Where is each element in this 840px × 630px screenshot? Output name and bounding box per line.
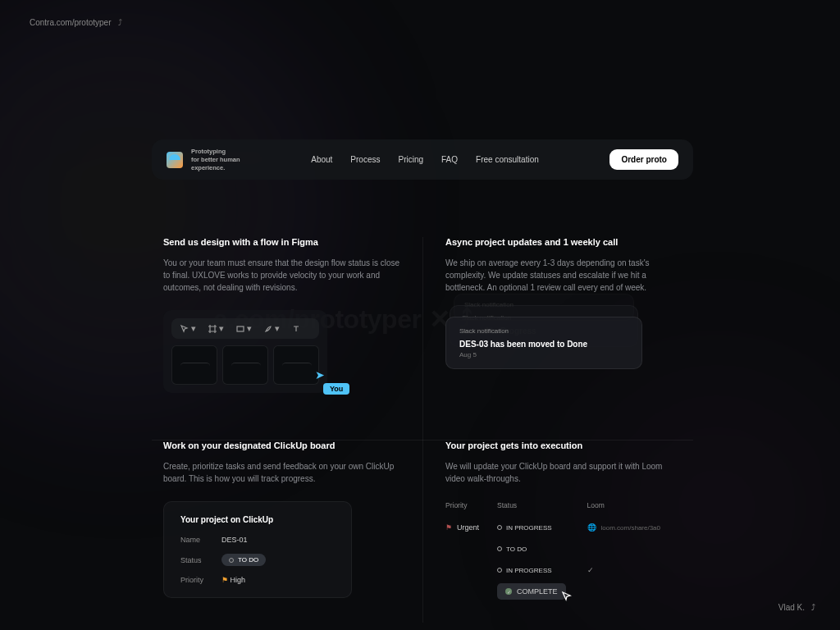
- priority-value: Urgent: [457, 523, 479, 532]
- section-title: Async project updates and 1 weekly call: [445, 237, 678, 247]
- nav-faq[interactable]: FAQ: [441, 155, 458, 164]
- svg-rect-0: [237, 326, 244, 331]
- section-title: Work on your designated ClickUp board: [163, 441, 408, 450]
- pen-tool-icon[interactable]: ▾: [263, 323, 280, 334]
- divider-horizontal: [152, 440, 693, 441]
- check-icon: ✓: [587, 566, 594, 574]
- flag-icon: ⚑: [221, 576, 228, 584]
- slack-card: Slack notification DES-03 has been moved…: [445, 317, 642, 369]
- field-label: Status: [180, 556, 221, 564]
- author-name: Vlad K.: [778, 603, 805, 612]
- field-value: ⚑ High: [221, 576, 245, 584]
- cursor-icon: ➤: [315, 368, 325, 381]
- execution-table: Priority ⚑Urgent Status IN PROGRESS TO D…: [445, 501, 678, 598]
- field-label: Name: [180, 536, 221, 544]
- divider-vertical: [422, 237, 423, 623]
- text-tool-icon[interactable]: [291, 324, 301, 334]
- rectangle-tool-icon[interactable]: ▾: [235, 323, 252, 334]
- clickup-card-title: Your project on ClickUp: [180, 515, 335, 524]
- status-dot-icon: [229, 558, 234, 563]
- frame-thumb: [222, 345, 268, 385]
- slack-date: Aug 5: [459, 351, 628, 358]
- status-pill[interactable]: IN PROGRESS: [497, 521, 566, 534]
- slack-label: Slack notification: [459, 327, 628, 335]
- section-execution: Your project gets into execution We will…: [422, 418, 693, 623]
- nav-consultation[interactable]: Free consultation: [476, 155, 539, 164]
- tagline: Prototyping for better human experience.: [191, 148, 240, 171]
- order-button[interactable]: Order proto: [609, 149, 678, 170]
- section-body: Create, prioritize tasks and send feedba…: [163, 460, 408, 485]
- nav-about[interactable]: About: [311, 155, 332, 164]
- external-icon: ⤴: [811, 603, 815, 612]
- cursor-icon: [561, 591, 573, 605]
- footer-credit: Vlad K. ⤴: [778, 603, 815, 612]
- status-complete-pill[interactable]: ✓ COMPLETE: [497, 583, 566, 600]
- loom-link[interactable]: loom.com/share/3a0: [601, 524, 660, 532]
- frame-thumb: [171, 345, 217, 385]
- section-body: We will update your ClickUp board and su…: [445, 460, 678, 485]
- breadcrumb-url: Contra.com/prototyper: [30, 18, 112, 27]
- clickup-card: Your project on ClickUp Name DES-01 Stat…: [163, 501, 352, 598]
- section-body: We ship on average every 1-3 days depend…: [445, 257, 678, 294]
- slack-notifications: Slack notification Slack notification mo…: [445, 310, 678, 384]
- col-header: Status: [497, 501, 566, 509]
- logo-icon: [167, 152, 183, 168]
- status-pill[interactable]: IN PROGRESS: [497, 564, 566, 577]
- section-title: Your project gets into execution: [445, 441, 678, 450]
- breadcrumb: Contra.com/prototyper ⤴: [30, 18, 122, 27]
- globe-icon: 🌐: [587, 523, 596, 532]
- navbar: Prototyping for better human experience.…: [152, 139, 693, 180]
- you-badge: You: [323, 383, 349, 395]
- frame-tool-icon[interactable]: ▾: [208, 323, 224, 334]
- field-label: Priority: [180, 576, 221, 584]
- nav-pricing[interactable]: Pricing: [398, 155, 423, 164]
- section-async: Async project updates and 1 weekly call …: [422, 237, 693, 418]
- slack-message: DES-03 has been moved to Done: [459, 340, 628, 349]
- col-header: Loom: [587, 501, 660, 509]
- move-tool-icon[interactable]: ▾: [180, 323, 196, 334]
- status-pill: TO DO: [221, 554, 266, 566]
- status-pill[interactable]: TO DO: [497, 542, 566, 555]
- col-header: Priority: [445, 501, 479, 509]
- section-clickup: Work on your designated ClickUp board Cr…: [152, 418, 422, 623]
- check-circle-icon: ✓: [505, 588, 512, 595]
- frame-thumb: [273, 345, 319, 385]
- section-figma: Send us design with a flow in Figma You …: [152, 237, 422, 418]
- figma-mockup: ▾ ▾ ▾ ▾ ➤ You: [163, 310, 327, 393]
- cursor-you: ➤ You: [315, 368, 349, 395]
- flag-icon: ⚑: [445, 523, 452, 532]
- section-title: Send us design with a flow in Figma: [163, 237, 408, 247]
- field-value: DES-01: [221, 536, 248, 544]
- nav-process[interactable]: Process: [350, 155, 380, 164]
- section-body: You or your team must ensure that the de…: [163, 257, 408, 294]
- external-icon: ⤴: [118, 18, 122, 27]
